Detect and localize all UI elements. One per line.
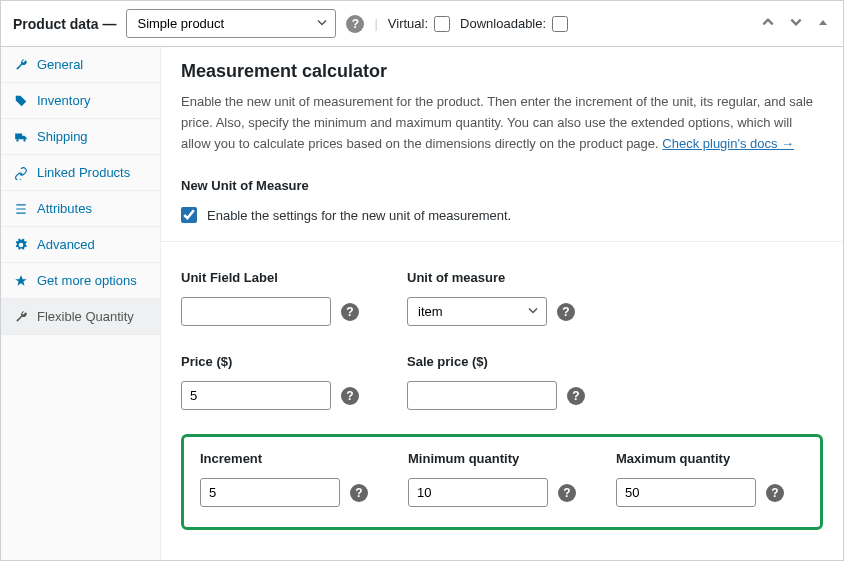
tab-label: Linked Products bbox=[37, 165, 130, 180]
min-qty-input[interactable] bbox=[408, 478, 548, 507]
virtual-checkbox-label: Virtual: bbox=[388, 16, 450, 32]
tab-attributes[interactable]: Attributes bbox=[1, 191, 160, 227]
help-icon[interactable]: ? bbox=[557, 303, 575, 321]
min-qty-label: Minimum quantity bbox=[408, 451, 576, 466]
tab-linked-products[interactable]: Linked Products bbox=[1, 155, 160, 191]
unit-of-measure-select[interactable]: item bbox=[407, 297, 547, 326]
tab-advanced[interactable]: Advanced bbox=[1, 227, 160, 263]
product-type-select[interactable]: Simple product bbox=[126, 9, 336, 38]
unit-field-label-input[interactable] bbox=[181, 297, 331, 326]
tag-icon bbox=[13, 94, 29, 108]
gear-icon bbox=[13, 238, 29, 252]
help-icon[interactable]: ? bbox=[346, 15, 364, 33]
downloadable-checkbox[interactable] bbox=[552, 16, 568, 32]
tab-label: Get more options bbox=[37, 273, 137, 288]
sale-price-input[interactable] bbox=[407, 381, 557, 410]
vertical-tabs: General Inventory Shipping Linked Produc… bbox=[1, 47, 161, 560]
help-icon[interactable]: ? bbox=[350, 484, 368, 502]
tab-shipping[interactable]: Shipping bbox=[1, 119, 160, 155]
wrench-icon bbox=[13, 58, 29, 72]
section-title: New Unit of Measure bbox=[181, 178, 823, 193]
tab-get-more-options[interactable]: Get more options bbox=[1, 263, 160, 299]
wrench-icon bbox=[13, 310, 29, 324]
downloadable-label-text: Downloadable: bbox=[460, 16, 546, 31]
unit-of-measure-label: Unit of measure bbox=[407, 270, 575, 285]
max-qty-label: Maximum quantity bbox=[616, 451, 784, 466]
panel-title: Product data — bbox=[13, 16, 116, 32]
increment-label: Increment bbox=[200, 451, 368, 466]
sale-price-label: Sale price ($) bbox=[407, 354, 585, 369]
move-up-button[interactable] bbox=[759, 13, 777, 34]
link-icon bbox=[13, 166, 29, 180]
tab-flexible-quantity[interactable]: Flexible Quantity bbox=[1, 299, 160, 335]
price-label: Price ($) bbox=[181, 354, 359, 369]
enable-unit-label: Enable the settings for the new unit of … bbox=[207, 208, 511, 223]
tab-label: Advanced bbox=[37, 237, 95, 252]
increment-input[interactable] bbox=[200, 478, 340, 507]
tab-label: Attributes bbox=[37, 201, 92, 216]
move-down-button[interactable] bbox=[787, 13, 805, 34]
list-icon bbox=[13, 202, 29, 216]
enable-unit-checkbox[interactable] bbox=[181, 207, 197, 223]
virtual-checkbox[interactable] bbox=[434, 16, 450, 32]
tab-label: Flexible Quantity bbox=[37, 309, 134, 324]
star-icon bbox=[13, 274, 29, 288]
content-heading: Measurement calculator bbox=[181, 61, 823, 82]
tab-label: Shipping bbox=[37, 129, 88, 144]
virtual-label-text: Virtual: bbox=[388, 16, 428, 31]
docs-link[interactable]: Check plugin's docs → bbox=[662, 136, 794, 151]
truck-icon bbox=[13, 130, 29, 144]
tab-label: Inventory bbox=[37, 93, 90, 108]
quantity-highlight-box: Increment ? Minimum quantity ? bbox=[181, 434, 823, 530]
help-icon[interactable]: ? bbox=[567, 387, 585, 405]
price-input[interactable] bbox=[181, 381, 331, 410]
max-qty-input[interactable] bbox=[616, 478, 756, 507]
help-icon[interactable]: ? bbox=[341, 303, 359, 321]
tab-inventory[interactable]: Inventory bbox=[1, 83, 160, 119]
downloadable-checkbox-label: Downloadable: bbox=[460, 16, 568, 32]
help-icon[interactable]: ? bbox=[341, 387, 359, 405]
help-icon[interactable]: ? bbox=[558, 484, 576, 502]
unit-field-label-label: Unit Field Label bbox=[181, 270, 359, 285]
tab-general[interactable]: General bbox=[1, 47, 160, 83]
content-description: Enable the new unit of measurement for t… bbox=[181, 92, 823, 154]
tab-label: General bbox=[37, 57, 83, 72]
help-icon[interactable]: ? bbox=[766, 484, 784, 502]
collapse-toggle[interactable] bbox=[815, 14, 831, 33]
